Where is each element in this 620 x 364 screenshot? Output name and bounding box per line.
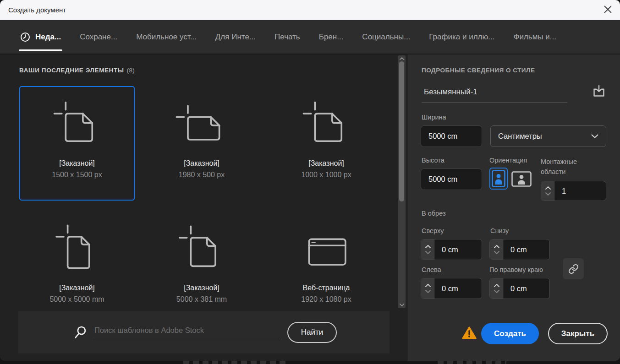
scrollbar-thumb[interactable] xyxy=(399,61,404,201)
recent-item-card[interactable]: [Заказной] 1000 x 1000 px xyxy=(269,86,384,201)
recent-item-card[interactable]: [Заказной] 1500 x 1500 px xyxy=(19,86,135,201)
dialog-title: Создать документ xyxy=(8,6,66,14)
artboards-label: Монтажные области xyxy=(541,157,596,177)
stepper-down-icon[interactable] xyxy=(494,251,499,254)
document-name-underline xyxy=(422,103,567,103)
stepper-up-icon[interactable] xyxy=(425,284,431,287)
tab[interactable]: Мобильное уст... xyxy=(136,20,197,54)
document-preset-icon xyxy=(175,99,229,153)
recent-item-card[interactable]: Веб-страница 1920 x 1080 px xyxy=(269,211,384,325)
stepper-down-icon[interactable] xyxy=(545,192,551,196)
tab[interactable]: Неда... xyxy=(20,20,61,54)
bleed-top-label: Сверху xyxy=(422,227,444,234)
bleed-bottom-label: Снизу xyxy=(490,227,509,234)
bleed-right-label: По правому краю xyxy=(489,266,543,273)
stepper-arrows xyxy=(421,239,435,260)
recent-items-scrollbar[interactable] xyxy=(398,55,406,308)
bleed-left-label: Слева xyxy=(422,266,441,273)
bleed-left-stepper: 0 cm xyxy=(421,278,482,299)
landscape-orientation-icon xyxy=(511,171,532,187)
tab-label: Для Инте... xyxy=(215,33,256,42)
recent-item-card[interactable]: [Заказной] 5000 x 381 mm xyxy=(144,211,259,325)
close-button[interactable]: Закрыть xyxy=(548,323,608,344)
bleed-right-stepper: 0 cm xyxy=(489,278,550,299)
document-preset-icon xyxy=(175,223,229,277)
recent-count: (8) xyxy=(127,67,135,74)
recent-items-grid: [Заказной] 1500 x 1500 px xyxy=(19,86,384,325)
tab[interactable]: Печать xyxy=(274,20,300,54)
tab[interactable]: Графика и иллю... xyxy=(429,20,494,54)
search-icon xyxy=(73,325,87,340)
bleed-heading: В обрез xyxy=(422,210,446,217)
close-icon xyxy=(604,5,612,15)
item-name: [Заказной] xyxy=(184,284,219,292)
stepper-arrows xyxy=(421,278,435,299)
search-submit-button[interactable]: Найти xyxy=(287,322,337,343)
save-preset-button[interactable] xyxy=(591,83,607,99)
width-input[interactable]: 5000 cm xyxy=(421,125,482,147)
tab-label: Мобильное уст... xyxy=(136,33,197,42)
orientation-landscape-button[interactable] xyxy=(510,170,533,188)
document-name-field[interactable]: Безымянный-1 xyxy=(424,87,477,97)
tab-label: Печать xyxy=(274,33,300,42)
bleed-bottom-value[interactable]: 0 cm xyxy=(504,239,549,260)
create-button[interactable]: Создать xyxy=(481,323,539,344)
bleed-bottom-stepper: 0 cm xyxy=(489,239,550,260)
tab[interactable]: Социальны... xyxy=(362,20,410,54)
dialog-titlebar[interactable]: Создать документ xyxy=(0,0,620,20)
tab[interactable]: Фильмы и... xyxy=(513,20,556,54)
link-icon xyxy=(568,264,579,274)
clock-icon xyxy=(20,32,30,42)
height-input[interactable]: 5000 cm xyxy=(421,168,482,190)
tab-label: Фильмы и... xyxy=(513,33,556,42)
recent-heading-text: ВАШИ ПОСЛЕДНИЕ ЭЛЕМЕНТЫ xyxy=(19,67,124,74)
chevron-down-icon xyxy=(591,134,598,138)
stepper-up-icon[interactable] xyxy=(425,245,431,248)
bleed-right-value[interactable]: 0 cm xyxy=(504,278,549,299)
orientation-portrait-button[interactable] xyxy=(489,168,508,190)
bleed-top-value[interactable]: 0 cm xyxy=(435,239,482,260)
search-input[interactable] xyxy=(94,326,280,335)
item-name: [Заказной] xyxy=(308,159,344,168)
item-name: Веб-страница xyxy=(303,284,350,292)
artboards-stepper: 1 xyxy=(541,181,606,201)
document-preset-icon xyxy=(299,99,353,153)
recent-items-panel: ВАШИ ПОСЛЕДНИЕ ЭЛЕМЕНТЫ(8) xyxy=(0,54,408,361)
scroll-down-icon[interactable] xyxy=(398,304,406,306)
stepper-arrows xyxy=(490,278,504,299)
units-dropdown[interactable]: Сантиметры xyxy=(490,125,606,147)
item-dims: 1980 x 500 px xyxy=(179,171,225,179)
item-name: [Заказной] xyxy=(59,284,95,292)
stepper-up-icon[interactable] xyxy=(494,245,499,248)
stepper-up-icon[interactable] xyxy=(494,284,499,287)
search-field xyxy=(94,326,280,339)
item-name: [Заказной] xyxy=(184,159,219,168)
document-preset-icon xyxy=(50,99,104,153)
tab-label: Графика и иллю... xyxy=(429,33,494,42)
save-preset-icon xyxy=(592,93,606,100)
new-document-dialog: Создать документ Неда... Сохране... Моби… xyxy=(0,0,620,361)
tab[interactable]: Для Инте... xyxy=(215,20,256,54)
width-label: Ширина xyxy=(422,114,446,121)
stepper-down-icon[interactable] xyxy=(425,251,431,254)
stepper-down-icon[interactable] xyxy=(425,290,431,293)
units-value: Сантиметры xyxy=(498,132,542,141)
item-dims: 5000 x 381 mm xyxy=(176,295,227,304)
recent-item-card[interactable]: [Заказной] 1980 x 500 px xyxy=(144,86,259,201)
bleed-left-value[interactable]: 0 cm xyxy=(435,278,482,299)
tab-label: Неда... xyxy=(35,33,61,42)
recent-item-card[interactable]: [Заказной] 5000 x 5000 mm xyxy=(19,211,135,325)
link-bleed-values-button[interactable] xyxy=(563,258,584,279)
artboards-value[interactable]: 1 xyxy=(555,181,606,201)
tab[interactable]: Сохране... xyxy=(80,20,117,54)
tab[interactable]: Брен... xyxy=(319,20,344,54)
document-preset-icon xyxy=(50,223,104,277)
warning-icon xyxy=(462,326,477,340)
stepper-down-icon[interactable] xyxy=(494,290,499,293)
close-dialog-button[interactable] xyxy=(602,5,614,15)
tab-label: Социальны... xyxy=(362,33,410,42)
scroll-up-icon[interactable] xyxy=(398,57,406,60)
item-dims: 5000 x 5000 mm xyxy=(49,295,104,304)
stepper-up-icon[interactable] xyxy=(545,186,551,190)
tab-label: Сохране... xyxy=(80,33,117,42)
